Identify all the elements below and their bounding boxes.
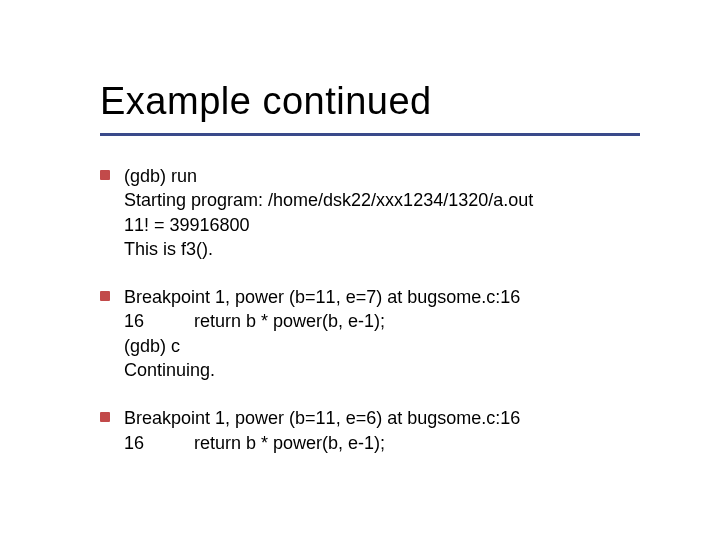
gdb-run-line: (gdb) run <box>124 164 680 188</box>
content-block-2: Breakpoint 1, power (b=11, e=7) at bugso… <box>100 285 680 382</box>
slide: Example continued (gdb) run Starting pro… <box>0 0 720 540</box>
f3-output-line: This is f3(). <box>124 237 680 261</box>
breakpoint-line: Breakpoint 1, power (b=11, e=7) at bugso… <box>124 285 680 309</box>
continuing-line: Continuing. <box>124 358 680 382</box>
title-underline <box>100 133 640 136</box>
bullet-icon <box>100 291 110 301</box>
factorial-output-line: 11! = 39916800 <box>124 213 680 237</box>
breakpoint-line: Breakpoint 1, power (b=11, e=6) at bugso… <box>124 406 680 430</box>
content-block-3: Breakpoint 1, power (b=11, e=6) at bugso… <box>100 406 680 455</box>
gdb-continue-line: (gdb) c <box>124 334 680 358</box>
bullet-icon <box>100 412 110 422</box>
slide-title: Example continued <box>100 80 680 123</box>
source-line: 16 return b * power(b, e-1); <box>124 309 680 333</box>
starting-program-line: Starting program: /home/dsk22/xxx1234/13… <box>124 188 680 212</box>
content-block-1: (gdb) run Starting program: /home/dsk22/… <box>100 164 680 261</box>
bullet-icon <box>100 170 110 180</box>
source-line: 16 return b * power(b, e-1); <box>124 431 680 455</box>
